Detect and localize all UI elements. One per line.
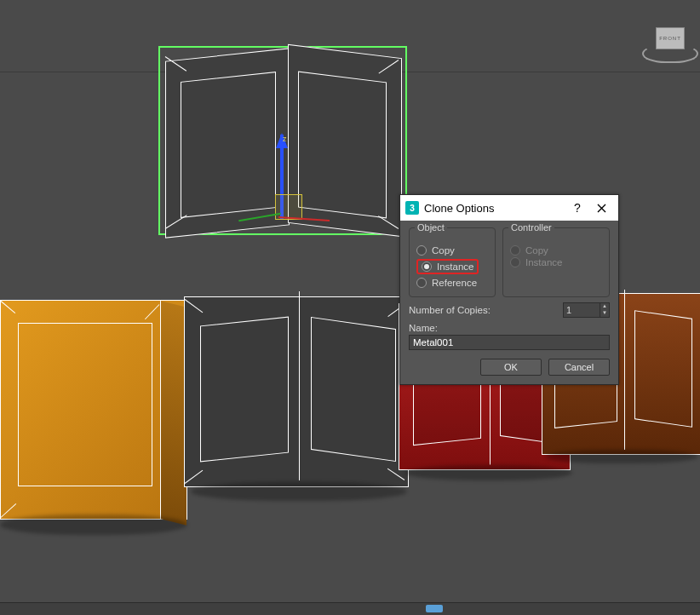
cancel-button[interactable]: Cancel (548, 359, 610, 376)
num-copies-spinner[interactable]: ▲ ▼ (563, 302, 610, 318)
row-num-copies: Number of Copies: ▲ ▼ (409, 302, 610, 318)
radio-object-instance-label: Instance (437, 262, 473, 272)
dialog-titlebar[interactable]: 3 Clone Options ? (400, 195, 618, 221)
scene-object-orange[interactable] (0, 300, 187, 520)
app-icon: 3 (405, 201, 419, 215)
viewcube[interactable]: FRONT (642, 27, 695, 63)
radio-controller-copy-label: Copy (525, 245, 548, 256)
num-copies-label: Number of Copies: (409, 305, 563, 315)
radio-object-copy[interactable]: Copy (416, 245, 488, 256)
num-copies-input[interactable] (564, 303, 600, 317)
selected-object[interactable] (158, 46, 407, 235)
timeline-slider[interactable] (426, 605, 443, 612)
radio-controller-instance-label: Instance (525, 257, 562, 267)
spinner-up-icon[interactable]: ▲ (600, 303, 609, 310)
group-object-label: Object (415, 222, 447, 233)
scene-object-metal[interactable] (184, 296, 409, 487)
radio-object-reference-label: Reference (432, 278, 477, 288)
radio-object-copy-label: Copy (432, 245, 455, 256)
name-input[interactable] (409, 335, 610, 350)
viewcube-face[interactable]: FRONT (656, 27, 685, 49)
spinner-down-icon[interactable]: ▼ (600, 310, 609, 317)
group-controller-label: Controller (508, 222, 554, 233)
close-icon[interactable] (589, 196, 613, 220)
group-controller: Controller Copy Instance (502, 227, 610, 297)
help-button[interactable]: ? (565, 196, 589, 220)
radio-controller-copy: Copy (510, 245, 602, 256)
radio-controller-instance: Instance (510, 257, 602, 267)
radio-object-instance[interactable]: Instance (422, 262, 473, 272)
ok-button[interactable]: OK (480, 359, 542, 376)
timeline[interactable] (0, 602, 700, 615)
name-label: Name: (409, 323, 610, 333)
dialog-title: Clone Options (424, 202, 565, 215)
radio-object-reference[interactable]: Reference (416, 278, 488, 288)
clone-options-dialog: 3 Clone Options ? Object Copy Instance (399, 194, 619, 385)
annotation-highlight: Instance (416, 259, 479, 274)
group-object: Object Copy Instance Reference (409, 227, 496, 297)
